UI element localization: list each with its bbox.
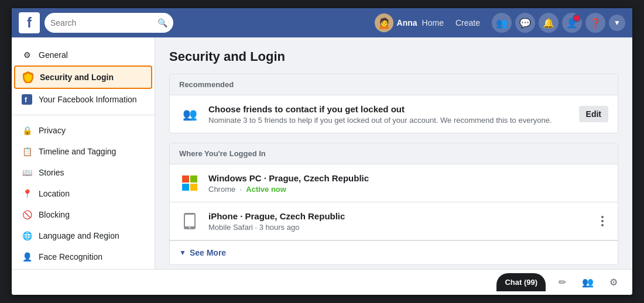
trusted-contacts-row: 👥 Choose friends to contact if you get l… (170, 95, 618, 133)
language-icon: 🌐 (21, 230, 33, 242)
user-name: Anna (397, 18, 417, 27)
main-content: Security and Login Recommended 👥 Choose … (155, 37, 632, 269)
see-more-label: See More (190, 248, 226, 257)
notifications-icon-btn[interactable]: 🔔 (539, 13, 559, 33)
see-more-link[interactable]: ▼ See More (170, 240, 618, 264)
windows-pc-icon (179, 173, 200, 194)
avatar: 🙍 (375, 13, 393, 32)
sidebar-item-location-label: Location (39, 189, 70, 198)
logged-in-header: Where You're Logged In (170, 143, 618, 164)
windows-pc-row: Windows PC · Prague, Czech Republic Chro… (170, 164, 618, 202)
dot-3 (601, 224, 604, 226)
trusted-contacts-action: Edit (579, 106, 608, 122)
friend-requests-icon-btn[interactable]: 👤 (562, 13, 582, 33)
shield-icon (22, 71, 34, 83)
svg-rect-4 (182, 184, 189, 191)
iphone-row: iPhone · Prague, Czech Republic Mobile S… (170, 202, 618, 240)
windows-pc-subtitle: Chrome · Active now (208, 185, 608, 194)
recommended-card: Recommended 👥 Choose friends to contact … (169, 74, 618, 133)
iphone-more-btn[interactable] (597, 214, 608, 229)
windows-pc-content: Windows PC · Prague, Czech Republic Chro… (208, 173, 608, 194)
svg-point-8 (189, 227, 191, 229)
trusted-contacts-edit-btn[interactable]: Edit (579, 106, 608, 122)
sidebar-item-security[interactable]: Security and Login (14, 66, 152, 89)
svg-rect-2 (182, 175, 189, 183)
sidebar-item-location[interactable]: 📍 Location (12, 183, 155, 204)
sidebar-item-stories[interactable]: 📖 Stories (12, 162, 155, 183)
location-icon: 📍 (21, 188, 33, 199)
svg-rect-7 (185, 215, 194, 226)
search-input[interactable] (50, 18, 154, 27)
sidebar-item-privacy-label: Privacy (39, 126, 66, 135)
logged-in-card: Where You're Logged In Windows PC · Prag… (169, 143, 618, 265)
trusted-contacts-content: Choose friends to contact if you get loc… (208, 104, 571, 125)
iphone-subtitle: Mobile Safari · 3 hours ago (208, 223, 588, 232)
sidebar-item-language[interactable]: 🌐 Language and Region (12, 225, 155, 246)
iphone-title: iPhone · Prague, Czech Republic (208, 211, 588, 221)
chat-badge[interactable]: Chat (99) (496, 273, 546, 291)
svg-rect-0 (22, 94, 32, 105)
body-layout: ⚙ General Security and Login f Your Face… (12, 37, 632, 269)
chat-settings-icon[interactable]: ⚙ (604, 273, 623, 292)
chat-bar: Chat (99) ✏ 👥 ⚙ (12, 269, 632, 295)
trusted-contacts-icon: 👥 (179, 104, 200, 125)
recommended-header: Recommended (170, 74, 618, 95)
dot-1 (601, 216, 604, 218)
chevron-down-icon: ▼ (179, 249, 186, 257)
search-bar[interactable]: 🔍 (44, 13, 173, 33)
face-recognition-icon: 👤 (21, 251, 33, 263)
sidebar-item-stories-label: Stories (39, 168, 64, 177)
sidebar-item-general-label: General (39, 50, 68, 60)
nav-dropdown-btn[interactable]: ▼ (609, 15, 625, 31)
navbar: f 🔍 🙍 Anna Home Create 👥 💬 🔔 👤 ❓ ▼ (12, 8, 632, 37)
nav-icons: 👥 💬 🔔 👤 ❓ ▼ (492, 13, 625, 33)
privacy-icon: 🔒 (21, 125, 33, 136)
sidebar-item-blocking-label: Blocking (39, 210, 70, 219)
blocking-icon: 🚫 (21, 209, 33, 221)
svg-rect-5 (190, 184, 197, 191)
fb-info-icon: f (21, 94, 33, 105)
sidebar-item-language-label: Language and Region (39, 231, 119, 240)
gear-icon: ⚙ (21, 49, 33, 61)
sidebar-item-face-recognition[interactable]: 👤 Face Recognition (12, 246, 155, 267)
active-now-badge: Active now (246, 185, 286, 194)
sidebar-section-privacy: 🔒 Privacy 📋 Timeline and Tagging 📖 Stori… (12, 118, 155, 269)
nav-user: 🙍 Anna (375, 13, 417, 32)
trusted-contacts-title: Choose friends to contact if you get loc… (208, 104, 571, 114)
messenger-icon-btn[interactable]: 💬 (515, 13, 535, 33)
sidebar-item-general[interactable]: ⚙ General (12, 44, 155, 66)
dot-2 (601, 220, 604, 222)
fb-logo-text: f (27, 15, 32, 31)
sidebar-section-account: ⚙ General Security and Login f Your Face… (12, 42, 155, 115)
sidebar-item-timeline[interactable]: 📋 Timeline and Tagging (12, 141, 155, 162)
sidebar-item-privacy[interactable]: 🔒 Privacy (12, 120, 155, 141)
trusted-contacts-subtitle: Nominate 3 to 5 friends to help if you g… (208, 116, 571, 125)
friends-icon-btn[interactable]: 👥 (492, 13, 512, 33)
stories-icon: 📖 (21, 167, 33, 178)
iphone-icon (179, 211, 200, 232)
nav-home[interactable]: Home (422, 18, 444, 27)
page-title: Security and Login (169, 49, 618, 64)
svg-rect-3 (190, 175, 197, 183)
fb-logo[interactable]: f (19, 12, 40, 33)
chat-compose-icon[interactable]: ✏ (553, 273, 571, 292)
nav-create[interactable]: Create (455, 18, 480, 27)
sidebar-item-blocking[interactable]: 🚫 Blocking (12, 204, 155, 225)
search-icon: 🔍 (157, 18, 167, 27)
sidebar-item-face-recognition-label: Face Recognition (39, 252, 102, 261)
sidebar-item-security-label: Security and Login (40, 73, 114, 82)
sidebar-item-fb-info-label: Your Facebook Information (39, 95, 137, 104)
help-icon-btn[interactable]: ❓ (585, 13, 605, 33)
windows-pc-title: Windows PC · Prague, Czech Republic (208, 173, 608, 183)
app-window: f 🔍 🙍 Anna Home Create 👥 💬 🔔 👤 ❓ ▼ (12, 8, 632, 295)
nav-links: Home Create (422, 18, 480, 27)
iphone-content: iPhone · Prague, Czech Republic Mobile S… (208, 211, 588, 232)
sidebar-item-timeline-label: Timeline and Tagging (39, 147, 116, 156)
timeline-icon: 📋 (21, 146, 33, 157)
sidebar: ⚙ General Security and Login f Your Face… (12, 37, 155, 269)
chat-contacts-icon[interactable]: 👥 (578, 273, 597, 292)
sidebar-item-fb-info[interactable]: f Your Facebook Information (12, 89, 155, 110)
